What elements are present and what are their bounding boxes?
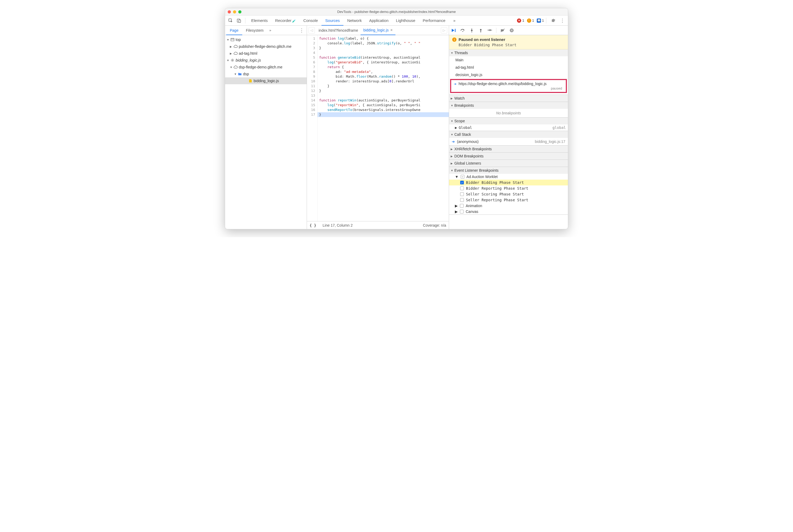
warning-count-badge[interactable]: !1: [527, 18, 534, 23]
inspect-element-icon[interactable]: [227, 17, 234, 24]
checkbox-icon[interactable]: [460, 198, 464, 202]
nav-forward-icon[interactable]: ▷: [441, 27, 447, 34]
thread-url: https://dsp-fledge-demo.glitch.me/dsp/bi…: [458, 82, 562, 86]
svg-point-11: [480, 32, 481, 32]
error-count: 1: [522, 18, 524, 22]
cursor-position: Line 17, Column 2: [323, 223, 353, 227]
main-tab-elements[interactable]: Elements: [247, 16, 271, 26]
nav-more-icon[interactable]: »: [267, 28, 273, 32]
svg-point-13: [491, 30, 492, 31]
svg-rect-17: [512, 29, 512, 32]
nav-tab-page[interactable]: Page: [226, 26, 242, 35]
main-tab-performance[interactable]: Performance: [419, 16, 449, 26]
more-menu-icon[interactable]: ⋮: [559, 18, 566, 23]
step-into-icon[interactable]: [469, 27, 475, 34]
device-toggle-icon[interactable]: [235, 17, 243, 24]
event-breakpoint-item[interactable]: Bidder Reporting Phase Start: [449, 186, 568, 191]
nav-tab-filesystem[interactable]: Filesystem: [242, 26, 267, 35]
main-tab-network[interactable]: Network: [343, 16, 365, 26]
tree-item[interactable]: ▼bidding_logic.js: [225, 57, 307, 64]
watch-header[interactable]: ▶Watch: [449, 95, 568, 102]
checkbox-icon[interactable]: [460, 192, 464, 196]
evt-group[interactable]: ▶Canvas: [449, 209, 568, 214]
tree-item[interactable]: ▶publisher-fledge-demo.glitch.me: [225, 43, 307, 50]
info-icon: i: [452, 38, 456, 42]
threads-header[interactable]: ▼Threads: [449, 50, 568, 56]
scope-header[interactable]: ▼Scope: [449, 117, 568, 125]
settings-icon[interactable]: [550, 18, 556, 23]
scope-global[interactable]: ▶Globalglobal: [449, 125, 568, 131]
svg-point-7: [462, 31, 463, 32]
cloud-icon: [233, 51, 238, 55]
thread-item[interactable]: decision_logic.js: [449, 71, 568, 78]
tree-item[interactable]: ▶ad-tag.html: [225, 50, 307, 57]
svg-point-9: [472, 32, 472, 32]
more-tabs-icon[interactable]: »: [450, 16, 459, 26]
tree-item[interactable]: ▼dsp: [225, 71, 307, 77]
checkbox-icon[interactable]: ✓: [460, 181, 464, 184]
event-breakpoint-item[interactable]: Seller Reporting Phase Start: [449, 197, 568, 203]
nav-back-icon[interactable]: ◁: [308, 27, 315, 34]
close-tab-icon[interactable]: ✕: [390, 28, 393, 32]
message-count-badge[interactable]: 💬1: [537, 18, 544, 23]
pause-on-exceptions-icon[interactable]: [509, 27, 515, 34]
file-tab[interactable]: bidding_logic.js✕: [361, 26, 395, 35]
format-icon[interactable]: { }: [309, 223, 316, 227]
separator: [245, 18, 245, 23]
svg-point-5: [232, 60, 233, 61]
checkbox-icon[interactable]: [460, 204, 464, 208]
event-breakpoint-item[interactable]: Seller Scoring Phase Start: [449, 191, 568, 197]
main-tab-recorder[interactable]: Recorder 🧪: [271, 16, 300, 26]
folder-icon: [238, 72, 242, 76]
titlebar: DevTools - publisher-fledge-demo.glitch.…: [225, 8, 568, 16]
checkbox-icon[interactable]: [460, 210, 464, 213]
step-over-icon[interactable]: [460, 27, 466, 34]
thread-item[interactable]: ad-tag.html: [449, 64, 568, 71]
breakpoints-empty: No breakpoints: [449, 109, 568, 117]
thread-item-active[interactable]: ➔ https://dsp-fledge-demo.glitch.me/dsp/…: [451, 80, 566, 92]
thread-item[interactable]: Main: [449, 56, 568, 64]
file-tab[interactable]: index.html?fencedframe: [316, 26, 361, 35]
event-breakpoint-item[interactable]: ✓Bidder Bidding Phase Start: [449, 179, 568, 186]
window-title: DevTools - publisher-fledge-demo.glitch.…: [225, 10, 568, 14]
evt-group[interactable]: ▶Animation: [449, 203, 568, 209]
deactivate-breakpoints-icon[interactable]: [499, 27, 506, 34]
line-gutter: 1234567891011121314151617: [307, 35, 318, 221]
code-editor[interactable]: 1234567891011121314151617 function log(l…: [307, 35, 449, 221]
stack-frame[interactable]: ➔(anonymous)bidding_logic.js:17: [449, 138, 568, 145]
message-count: 1: [542, 18, 544, 22]
evt-group[interactable]: ▼Ad Auction Worklet: [449, 174, 568, 179]
pause-title: Paused on event listener: [458, 37, 505, 42]
cloud-icon: [233, 65, 238, 69]
event-listener-breakpoints-header[interactable]: ▼Event Listener Breakpoints: [449, 167, 568, 174]
tree-item[interactable]: ▼top: [225, 36, 307, 43]
callstack-header[interactable]: ▼Call Stack: [449, 131, 568, 138]
global-listeners-header[interactable]: ▶Global Listeners: [449, 160, 568, 167]
cloud-icon: [233, 44, 238, 49]
error-count-badge[interactable]: ✕1: [517, 18, 524, 23]
resume-icon[interactable]: [451, 27, 457, 34]
step-out-icon[interactable]: [477, 27, 484, 34]
main-tab-lighthouse[interactable]: Lighthouse: [392, 16, 419, 26]
tree-item[interactable]: ▼dsp-fledge-demo.glitch.me: [225, 64, 307, 71]
dom-breakpoints-header[interactable]: ▶DOM Breakpoints: [449, 153, 568, 159]
highlighted-thread: ➔ https://dsp-fledge-demo.glitch.me/dsp/…: [450, 79, 567, 93]
tree-item[interactable]: bidding_logic.js: [225, 77, 307, 84]
current-arrow-icon: ➔: [454, 82, 456, 86]
xhr-breakpoints-header[interactable]: ▶XHR/fetch Breakpoints: [449, 146, 568, 152]
main-tab-sources[interactable]: Sources: [321, 16, 343, 26]
svg-rect-3: [231, 38, 234, 41]
checkbox-mixed-icon[interactable]: [461, 175, 465, 178]
step-icon[interactable]: [487, 27, 493, 34]
editor-panel: ◁ index.html?fencedframebidding_logic.js…: [307, 26, 449, 229]
threads-section: ▼Threads Main ad-tag.html decision_logic…: [449, 50, 568, 95]
nav-menu-icon[interactable]: ⋮: [298, 27, 306, 33]
code-content[interactable]: function log(label, o) { console.log(lab…: [318, 35, 449, 221]
breakpoints-header[interactable]: ▼Breakpoints: [449, 102, 568, 109]
gear-icon: [230, 58, 234, 62]
current-frame-icon: ➔: [452, 139, 455, 144]
checkbox-icon[interactable]: [460, 187, 464, 190]
main-tab-application[interactable]: Application: [365, 16, 392, 26]
main-tab-console[interactable]: Console: [300, 16, 321, 26]
svg-point-15: [510, 28, 513, 32]
